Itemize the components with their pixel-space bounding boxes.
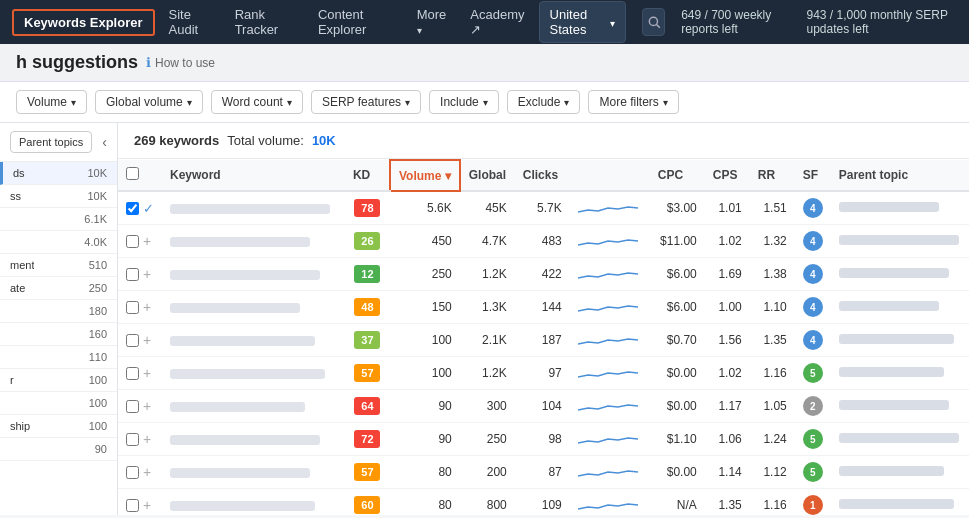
row-checkbox[interactable] (126, 433, 139, 446)
sf-badge: 4 (803, 330, 823, 350)
kd-badge: 78 (354, 199, 380, 217)
row-checkbox[interactable] (126, 367, 139, 380)
sidebar-item[interactable]: ss 10K (0, 185, 117, 208)
row-checkbox[interactable] (126, 235, 139, 248)
nav-stats: 649 / 700 weekly reports left 943 / 1,00… (681, 8, 957, 36)
parent-topic-cell (831, 423, 969, 456)
col-header-parent-topic[interactable]: Parent topic (831, 160, 969, 191)
parent-topic-cell (831, 258, 969, 291)
add-icon[interactable]: + (143, 332, 151, 348)
select-all-checkbox[interactable] (126, 167, 139, 180)
sidebar-item[interactable]: 4.0K (0, 231, 117, 254)
sidebar-item[interactable]: 160 (0, 323, 117, 346)
cpc-cell: $0.00 (650, 456, 705, 489)
row-checkbox[interactable] (126, 334, 139, 347)
include-filter[interactable]: Include (429, 90, 499, 114)
row-checkbox[interactable] (126, 400, 139, 413)
add-icon[interactable]: + (143, 233, 151, 249)
add-icon[interactable]: + (143, 497, 151, 513)
trend-chart (578, 497, 638, 513)
col-header-rr[interactable]: RR (750, 160, 795, 191)
col-header-global[interactable]: Global (460, 160, 515, 191)
clicks-cell: 109 (515, 489, 570, 516)
sidebar-item[interactable]: 180 (0, 300, 117, 323)
add-icon[interactable]: + (143, 365, 151, 381)
sidebar-item[interactable]: ds 10K (0, 162, 117, 185)
col-header-sf[interactable]: SF (795, 160, 831, 191)
cps-cell: 1.14 (705, 456, 750, 489)
nav-content-explorer[interactable]: Content Explorer (308, 1, 403, 43)
trend-chart (578, 233, 638, 249)
keyword-cell (162, 456, 345, 489)
add-icon[interactable]: + (143, 398, 151, 414)
cpc-cell: $3.00 (650, 191, 705, 225)
sf-cell: 5 (795, 456, 831, 489)
sf-cell: 4 (795, 324, 831, 357)
trend-chart (578, 398, 638, 414)
keyword-cell (162, 191, 345, 225)
more-filters[interactable]: More filters (588, 90, 678, 114)
row-checkbox-cell: + (118, 489, 162, 516)
col-header-kd[interactable]: KD (345, 160, 390, 191)
sidebar-item[interactable]: ship 100 (0, 415, 117, 438)
sidebar-item[interactable]: 110 (0, 346, 117, 369)
global-cell: 800 (460, 489, 515, 516)
nav-site-audit[interactable]: Site Audit (159, 1, 221, 43)
row-checkbox[interactable] (126, 202, 139, 215)
rr-cell: 1.32 (750, 225, 795, 258)
col-header-clicks[interactable]: Clicks (515, 160, 570, 191)
volume-cell: 450 (390, 225, 460, 258)
row-checkbox[interactable] (126, 499, 139, 512)
keyword-text (170, 270, 320, 280)
sidebar-item[interactable]: 6.1K (0, 208, 117, 231)
sidebar-item[interactable]: 90 (0, 438, 117, 461)
sidebar-item[interactable]: 100 (0, 392, 117, 415)
search-button[interactable] (642, 8, 665, 36)
keyword-text (170, 468, 310, 478)
nav-more[interactable]: More (407, 1, 457, 43)
add-icon[interactable]: + (143, 299, 151, 315)
table-row: + 60 80 800 109 N/A 1.35 1.16 1 (118, 489, 969, 516)
volume-filter[interactable]: Volume (16, 90, 87, 114)
add-icon[interactable]: + (143, 431, 151, 447)
keyword-text (170, 204, 330, 214)
nav-academy[interactable]: Academy ↗ (460, 1, 534, 43)
how-to-use[interactable]: ℹ How to use (146, 55, 215, 70)
cpc-cell: $1.10 (650, 423, 705, 456)
row-checkbox[interactable] (126, 268, 139, 281)
trend-chart (578, 266, 638, 282)
add-icon[interactable]: + (143, 464, 151, 480)
volume-cell: 90 (390, 390, 460, 423)
keyword-cell (162, 225, 345, 258)
sidebar-item[interactable]: ment 510 (0, 254, 117, 277)
clicks-cell: 98 (515, 423, 570, 456)
sidebar-item[interactable]: r 100 (0, 369, 117, 392)
page-title: h suggestions (16, 52, 138, 73)
row-checkbox[interactable] (126, 466, 139, 479)
collapse-sidebar-button[interactable]: ‹ (102, 134, 107, 150)
sf-badge: 5 (803, 363, 823, 383)
col-header-cps[interactable]: CPS (705, 160, 750, 191)
clicks-cell: 187 (515, 324, 570, 357)
parent-topics-button[interactable]: Parent topics (10, 131, 92, 153)
nav-rank-tracker[interactable]: Rank Tracker (225, 1, 304, 43)
col-header-cpc[interactable]: CPC (650, 160, 705, 191)
kd-badge: 26 (354, 232, 380, 250)
country-selector[interactable]: United States (539, 1, 627, 43)
global-volume-filter[interactable]: Global volume (95, 90, 203, 114)
sidebar-item[interactable]: ate 250 (0, 277, 117, 300)
row-checkbox[interactable] (126, 301, 139, 314)
trend-cell (570, 191, 650, 225)
volume-cell: 150 (390, 291, 460, 324)
serp-features-filter[interactable]: SERP features (311, 90, 421, 114)
kd-badge: 57 (354, 364, 380, 382)
exclude-filter[interactable]: Exclude (507, 90, 581, 114)
row-checkbox-cell: + (118, 456, 162, 489)
keyword-text (170, 402, 305, 412)
col-header-volume[interactable]: Volume ▾ (390, 160, 460, 191)
word-count-filter[interactable]: Word count (211, 90, 303, 114)
add-icon[interactable]: + (143, 266, 151, 282)
sf-badge: 1 (803, 495, 823, 515)
volume-cell: 90 (390, 423, 460, 456)
brand-logo[interactable]: Keywords Explorer (12, 9, 155, 36)
